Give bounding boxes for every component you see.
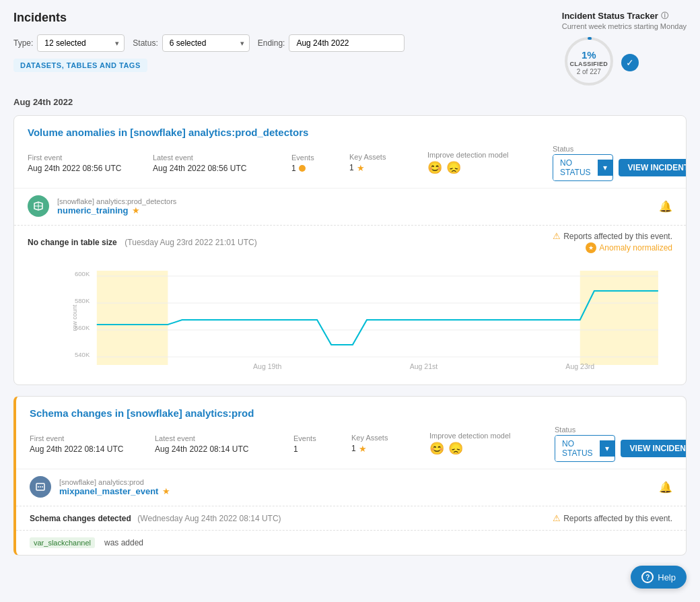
incident-card-2: Schema changes in [snowflake] analytics:… bbox=[13, 396, 687, 556]
incident-1-latest-event-label: Latest event bbox=[153, 154, 287, 162]
status-label: Status: bbox=[133, 38, 158, 48]
incident-2-first-event-label: First event bbox=[30, 434, 151, 442]
incident-2-status-text: NO STATUS bbox=[555, 436, 600, 461]
asset-icon-1 bbox=[28, 195, 49, 217]
incident-1-asset-name[interactable]: numeric_training bbox=[57, 205, 128, 215]
bell-icon-1[interactable]: 🔔 bbox=[659, 200, 672, 213]
incident-2-asset-name[interactable]: mixpanel_master_event bbox=[59, 486, 158, 496]
svg-point-19 bbox=[38, 486, 39, 488]
thumbs-up-icon[interactable]: 😊 bbox=[427, 160, 442, 175]
incident-1-chart: 600K 580K 560K 540K 600K 580K 560K 540K … bbox=[61, 264, 672, 372]
type-label: Type: bbox=[13, 38, 33, 48]
incident-2-first-event: Aug 24th 2022 08:14 UTC bbox=[30, 444, 123, 454]
svg-text:540K: 540K bbox=[75, 352, 90, 358]
incident-1-status-label: Status bbox=[553, 145, 687, 153]
incident-2-key-assets-count: 1 bbox=[351, 444, 356, 453]
datasets-tag-filter[interactable]: DATASETS, TABLES AND TAGS bbox=[13, 59, 147, 72]
incident-2-events-count: 1 bbox=[293, 444, 298, 454]
key-assets-star-2: ★ bbox=[359, 444, 367, 454]
thumbs-up-icon-2[interactable]: 😊 bbox=[429, 441, 444, 456]
incident-2-asset-source: [snowflake] analytics:prod bbox=[59, 478, 170, 486]
incident-1-chart-area: 600K 580K 560K 540K 600K 580K 560K 540K … bbox=[14, 257, 686, 384]
incident-2-title[interactable]: Schema changes in [snowflake] analytics:… bbox=[30, 407, 672, 419]
incident-1-first-event-label: First event bbox=[28, 154, 149, 162]
incident-1-latest-event: Aug 24th 2022 08:56 UTC bbox=[153, 164, 246, 173]
chart-highlight-left bbox=[97, 271, 168, 365]
incident-1-asset-row: [snowflake] analytics:prod_detectors num… bbox=[14, 188, 686, 225]
added-var-tag: var_slackchannel bbox=[30, 537, 95, 548]
anomaly-icon: ★ bbox=[586, 242, 596, 253]
tracker-count: 2 of 227 bbox=[570, 68, 608, 75]
asset-icon-2 bbox=[30, 476, 51, 498]
incident-2-key-assets-label: Key Assets bbox=[351, 434, 425, 442]
status-caret-icon-2: ▾ bbox=[600, 440, 615, 457]
bell-icon-2[interactable]: 🔔 bbox=[659, 481, 672, 494]
asset-star-icon-2[interactable]: ★ bbox=[162, 486, 170, 496]
incident-2-latest-event-label: Latest event bbox=[155, 434, 289, 442]
svg-text:Aug 19th: Aug 19th bbox=[253, 363, 281, 370]
incident-1-status-dropdown[interactable]: NO STATUS ▾ bbox=[553, 154, 613, 181]
incident-2-schema-row: Schema changes detected (Wednesday Aug 2… bbox=[16, 506, 686, 530]
help-label: Help bbox=[658, 572, 676, 578]
tracker-check-button[interactable]: ✓ bbox=[621, 54, 639, 71]
tracker-info-icon[interactable]: ⓘ bbox=[661, 11, 668, 21]
tracker-title: Incident Status Tracker bbox=[562, 11, 658, 21]
svg-text:Aug 23rd: Aug 23rd bbox=[565, 363, 594, 370]
type-filter[interactable]: 12 selected bbox=[37, 34, 125, 52]
incident-2-reports-affected: Reports affected by this event. bbox=[563, 514, 672, 523]
thumbs-down-icon[interactable]: 😞 bbox=[446, 160, 461, 175]
incident-1-asset-source: [snowflake] analytics:prod_detectors bbox=[57, 197, 176, 205]
incident-1-no-change-text: No change in table size bbox=[28, 238, 117, 247]
incident-1-title[interactable]: Volume anomalies in [snowflake] analytic… bbox=[28, 127, 672, 138]
svg-text:row count: row count bbox=[71, 304, 78, 331]
tracker-classified-label: CLASSIFIED bbox=[570, 61, 608, 67]
incident-2-schema-change-date: (Wednesday Aug 24th 2022 08:14 UTC) bbox=[137, 514, 281, 523]
date-section: Aug 24th 2022 bbox=[13, 97, 687, 107]
incident-1-improve-label: Improve detection model bbox=[427, 151, 549, 159]
incident-1-reports-affected: Reports affected by this event. bbox=[563, 232, 672, 241]
incident-2-status-label: Status bbox=[555, 426, 687, 434]
incident-1-events-label: Events bbox=[291, 154, 345, 162]
incident-1-events-count: 1 bbox=[291, 164, 296, 173]
chart-highlight-right bbox=[580, 271, 658, 365]
incident-2-view-btn[interactable]: VIEW INCIDENT IQ bbox=[621, 440, 687, 457]
page-title: Incidents bbox=[13, 11, 405, 25]
warning-icon-2: ⚠ bbox=[553, 513, 561, 523]
warning-icon-1: ⚠ bbox=[553, 231, 561, 241]
help-circle-icon: ? bbox=[641, 571, 654, 577]
incident-1-key-assets-label: Key Assets bbox=[349, 153, 423, 161]
incident-1-first-event: Aug 24th 2022 08:56 UTC bbox=[28, 164, 121, 173]
events-dot bbox=[299, 165, 306, 172]
svg-text:Aug 21st: Aug 21st bbox=[410, 363, 438, 370]
incident-card-1: Volume anomalies in [snowflake] analytic… bbox=[13, 115, 687, 385]
incident-1-no-change-date: (Tuesday Aug 23rd 2022 21:01 UTC) bbox=[125, 238, 256, 247]
incident-1-status-text: NO STATUS bbox=[553, 155, 598, 180]
incident-2-improve-label: Improve detection model bbox=[429, 432, 551, 440]
incident-1-no-change-row: No change in table size (Tuesday Aug 23r… bbox=[14, 225, 686, 257]
was-added-text: was added bbox=[104, 538, 143, 547]
incident-2-schema-change-text: Schema changes detected bbox=[30, 514, 131, 523]
ending-label: Ending: bbox=[258, 38, 285, 48]
status-filter[interactable]: 6 selected bbox=[162, 34, 250, 52]
incident-1-view-btn[interactable]: VIEW INCIDENT IQ bbox=[619, 159, 687, 176]
status-caret-icon: ▾ bbox=[598, 160, 612, 176]
ending-date-input[interactable] bbox=[289, 34, 405, 52]
thumbs-down-icon-2[interactable]: 😞 bbox=[448, 441, 463, 456]
svg-point-20 bbox=[40, 486, 41, 488]
svg-point-21 bbox=[42, 486, 43, 488]
incident-2-status-dropdown[interactable]: NO STATUS ▾ bbox=[555, 435, 615, 462]
svg-text:600K: 600K bbox=[75, 271, 90, 277]
tracker-percent: 1% bbox=[570, 50, 608, 60]
help-button[interactable]: ? Help bbox=[631, 566, 687, 577]
key-assets-star: ★ bbox=[357, 163, 365, 173]
incident-2-events-label: Events bbox=[293, 434, 347, 442]
incident-2-latest-event: Aug 24th 2022 08:14 UTC bbox=[155, 444, 248, 454]
svg-text:580K: 580K bbox=[75, 298, 90, 304]
incident-1-anomaly-normalized: Anomaly normalized bbox=[599, 243, 672, 253]
chart-line bbox=[97, 291, 658, 345]
incident-2-schema-footer: var_slackchannel was added bbox=[16, 530, 686, 555]
incident-2-asset-row: [snowflake] analytics:prod mixpanel_mast… bbox=[16, 469, 686, 506]
asset-star-icon[interactable]: ★ bbox=[132, 205, 140, 215]
incident-1-key-assets-count: 1 bbox=[349, 163, 354, 172]
tracker-subtitle: Current week metrics starting Monday bbox=[562, 22, 687, 30]
